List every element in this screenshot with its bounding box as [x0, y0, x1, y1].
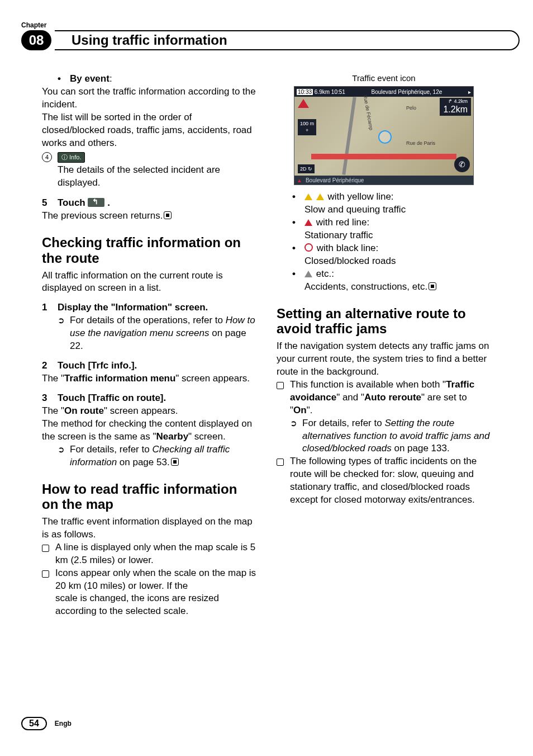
hint-arrow-icon [290, 417, 302, 456]
alt-note-1: This function is available when both "Tr… [277, 379, 491, 417]
step-5-label: Touch [58, 197, 88, 208]
legend-red-a: with red line: [316, 217, 369, 228]
map-bottom-bar: ▲ Boulevard Périphérique [294, 176, 473, 185]
note-box-icon [42, 545, 49, 552]
page-footer: 54 Engb [21, 717, 72, 730]
legend-yellow-a: with yellow line: [327, 191, 393, 202]
header-bar: 08 Using traffic information [21, 30, 512, 50]
step-2-result: The "Traffic information menu" screen ap… [42, 372, 256, 385]
traffic-warning-icon: ▲ [297, 177, 302, 185]
info-desc: The details of the selected incident are… [58, 164, 256, 190]
end-section-icon [164, 211, 172, 219]
alt-note-2-text: The following types of traffic incidents… [290, 455, 491, 507]
map-distance-panel: ↱ 4.2km 1.2km [440, 98, 471, 115]
end-section-icon [429, 282, 436, 290]
map-position-icon [378, 130, 392, 144]
circled-4-icon: 4 [42, 152, 52, 162]
language-code: Engb [55, 720, 72, 727]
map-street-label: Pelo [406, 105, 416, 111]
note-box-icon [42, 570, 49, 578]
step-1-hint: For details of the operations, refer to … [58, 314, 256, 353]
by-event-label: By event [70, 73, 110, 84]
read-note-2-cont: scale is changed, the icons are resized … [55, 592, 256, 618]
legend-etc-a: etc.: [316, 268, 334, 279]
circle-red-icon [304, 243, 313, 252]
bullet-dot-icon: • [292, 268, 304, 294]
traffic-warning-icon [298, 99, 309, 108]
by-event-desc2: The list will be sorted in the order of … [42, 111, 256, 150]
note-box-icon [277, 382, 284, 389]
content-columns: • By event: You can sort the traffic inf… [42, 73, 491, 689]
alt-hint: For details, refer to Setting the route … [290, 417, 491, 456]
end-section-icon [171, 458, 179, 466]
step-1: 1 Display the "Information" screen. [42, 301, 256, 314]
legend-black: • with black line: Closed/blocked roads [292, 242, 491, 268]
triangle-yellow-icon [304, 193, 312, 200]
step-3-hint-b: on page 53. [117, 457, 170, 467]
map-dist-top: 6.9km [315, 89, 330, 95]
map-scale: 100 m + [298, 119, 316, 135]
by-event-desc1: You can sort the traffic information acc… [42, 86, 256, 111]
chapter-title: Using traffic information [55, 30, 520, 50]
legend-red-b: Stationary traffic [304, 230, 373, 240]
step-2-label: Touch [Trfc info.]. [58, 360, 256, 372]
section-read-map-title: How to read traffic information on the m… [42, 481, 256, 512]
step-3-hint: For details, refer to Checking all traff… [58, 443, 256, 469]
triangle-grey-icon [304, 271, 312, 277]
map-caption: Traffic event icon [277, 73, 491, 84]
page-number: 54 [21, 717, 47, 730]
map-street-label: Rue de Fécamp [361, 94, 374, 131]
section-read-map-intro: The traffic event information displayed … [42, 516, 256, 541]
alt-note-1-text: This function is available when both "Tr… [290, 379, 491, 417]
bullet-dot-icon: • [292, 191, 304, 216]
chapter-number-badge: 08 [21, 30, 51, 50]
alt-note-2: The following types of traffic incidents… [277, 455, 491, 507]
step-1-num: 1 [42, 301, 58, 314]
step-3-num: 3 [42, 392, 58, 405]
legend-black-b: Closed/blocked roads [304, 256, 396, 266]
read-note-1-text: A line is displayed only when the map sc… [55, 541, 256, 567]
step-5-num: 5 [42, 197, 58, 210]
hint-arrow-icon [58, 314, 70, 353]
map-street-top: Boulevard Périphérique, 12e [372, 88, 442, 96]
map-figure: Traffic event icon 10:33 6.9km 10:51 Bou… [277, 73, 491, 185]
item-4-row: 4 ⓘ Info. [42, 151, 256, 164]
step-2: 2 Touch [Trfc info.]. [42, 360, 256, 372]
map-street-label: Rue de Paris [406, 140, 435, 147]
info-button[interactable]: ⓘ Info. [58, 152, 85, 163]
step-3-result2: The method for checking the content disp… [42, 418, 256, 443]
map-street-bottom: Boulevard Périphérique [306, 177, 364, 185]
back-icon-button[interactable] [88, 198, 104, 207]
step-1-label: Display the "Information" screen. [58, 301, 256, 314]
phone-icon-button: ✆ [454, 157, 470, 172]
section-checking-route-intro: All traffic information on the current r… [42, 270, 256, 295]
by-event-colon: : [110, 73, 112, 84]
bullet-dot-icon: • [58, 73, 70, 86]
by-event-bullet: • By event: [58, 73, 256, 86]
triangle-red-icon [304, 219, 312, 226]
map-compass: 2D ↻ [298, 164, 315, 173]
legend-red: • with red line: Stationary traffic [292, 216, 491, 242]
note-box-icon [277, 459, 284, 466]
bullet-dot-icon: • [292, 216, 304, 242]
alt-hint-a: For details, refer to [302, 418, 384, 428]
read-note-2-text: Icons appear only when the scale on the … [55, 567, 256, 593]
step-3-hint-a: For details, refer to [70, 444, 152, 455]
nav-map-screenshot: 10:33 6.9km 10:51 Boulevard Périphérique… [294, 86, 474, 185]
chapter-label: Chapter [21, 21, 46, 29]
step-3-result1: The "On route" screen appears. [42, 405, 256, 418]
map-traffic-line [311, 154, 456, 159]
legend-etc-b: Accidents, constructions, etc. [304, 281, 427, 292]
chevron-right-icon: ▸ [468, 88, 471, 96]
map-eta: 10:51 [331, 89, 345, 95]
read-note-1: A line is displayed only when the map sc… [42, 541, 256, 567]
step-3-label: Touch [Traffic on route]. [58, 392, 256, 405]
legend-black-a: with black line: [317, 243, 379, 253]
hint-arrow-icon [58, 443, 70, 469]
alt-hint-b: on page 133. [392, 443, 450, 453]
map-time: 10:33 [297, 89, 313, 95]
legend-etc: • etc.: Accidents, constructions, etc. [292, 268, 491, 294]
section-checking-route-title: Checking traffic information on the rout… [42, 235, 256, 266]
section-alt-route-title: Setting an alternative route to avoid tr… [277, 306, 491, 337]
step-5-result: The previous screen returns. [42, 210, 256, 223]
